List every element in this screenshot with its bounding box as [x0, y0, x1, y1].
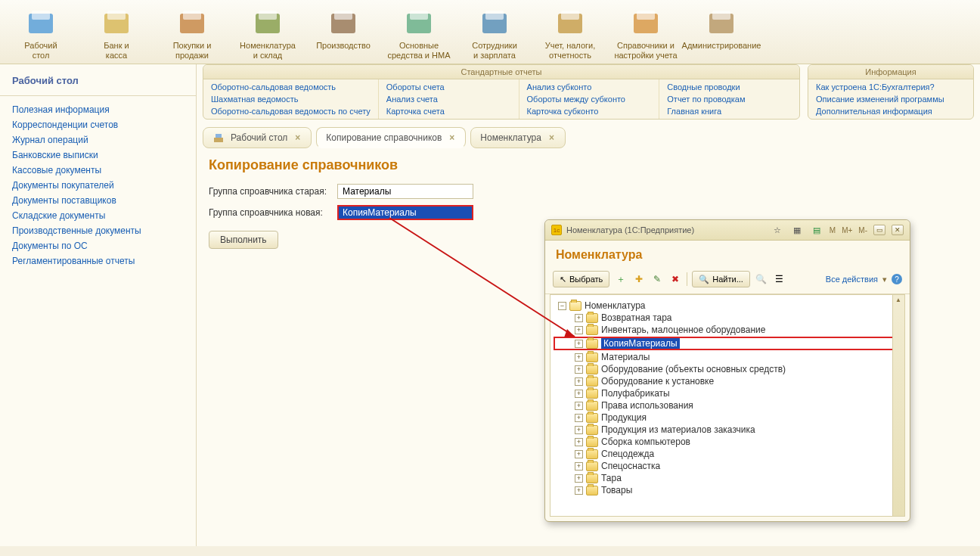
favorite-icon[interactable]: ☆	[771, 223, 784, 237]
tab-close-2[interactable]: ×	[547, 132, 556, 143]
tree-item-7[interactable]: +Полуфабрикаты	[554, 387, 901, 399]
sidebar-link-1[interactable]: Корреспонденции счетов	[0, 117, 196, 132]
expander-icon[interactable]: +	[575, 314, 583, 322]
sidebar-link-10[interactable]: Регламентированные отчеты	[0, 253, 196, 269]
execute-button[interactable]: Выполнить	[209, 231, 278, 249]
expander-icon[interactable]: +	[575, 390, 583, 398]
sidebar-link-0[interactable]: Полезная информация	[0, 102, 196, 117]
ribbon-sales[interactable]: Покупки ипродажи	[160, 6, 224, 61]
tree-item-13[interactable]: +Спецоснастка	[554, 460, 901, 472]
calc-icon[interactable]: ▦	[790, 223, 804, 237]
report-link-3-0[interactable]: Сводные проводки	[659, 81, 799, 93]
delete-icon[interactable]: ✖	[668, 272, 682, 286]
choose-button[interactable]: ↖ Выбрать	[553, 271, 609, 287]
info-link-0[interactable]: Как устроена 1С:Бухгалтерия?	[808, 81, 973, 93]
ribbon-desktop[interactable]: Рабочийстол	[9, 6, 73, 61]
window-restore-icon[interactable]: ▭	[873, 225, 885, 235]
ribbon-production[interactable]: Производство	[312, 6, 375, 61]
tab-0[interactable]: Рабочий стол×	[203, 127, 312, 148]
new-folder-icon[interactable]: ✚	[632, 272, 646, 286]
window-close-icon[interactable]: ✕	[892, 225, 904, 235]
expander-icon[interactable]: +	[575, 486, 583, 495]
sidebar-link-4[interactable]: Кассовые документы	[0, 163, 196, 178]
tree-label-15: Товары	[601, 485, 632, 495]
input-new-group[interactable]: КопияМатериалы	[337, 205, 473, 220]
tree-item-1[interactable]: +Возвратная тара	[554, 312, 901, 324]
tree-item-10[interactable]: +Продукция из материалов заказчика	[554, 424, 901, 436]
input-old-group[interactable]	[337, 184, 473, 199]
ribbon-bank-cash[interactable]: Банк икасса	[85, 6, 148, 61]
expander-icon[interactable]: +	[575, 438, 583, 446]
tree-item-9[interactable]: +Продукция	[554, 412, 901, 424]
memory-mminus[interactable]: M-	[858, 226, 867, 235]
expander-icon[interactable]: +	[575, 462, 583, 471]
ribbon-admin[interactable]: Администрирование	[690, 6, 753, 61]
tree-item-11[interactable]: +Сборка компьютеров	[554, 436, 901, 448]
expander-icon[interactable]: −	[558, 302, 566, 310]
memory-mplus[interactable]: M+	[842, 226, 852, 235]
sidebar-link-3[interactable]: Банковские выписки	[0, 148, 196, 163]
expander-icon[interactable]: +	[575, 426, 583, 434]
memory-m[interactable]: M	[830, 226, 836, 235]
report-link-0-1[interactable]: Шахматная ведомость	[203, 93, 378, 105]
sidebar-link-6[interactable]: Документы поставщиков	[0, 193, 196, 208]
report-link-0-0[interactable]: Оборотно-сальдовая ведомость	[203, 81, 378, 93]
help-icon[interactable]: ?	[892, 274, 902, 284]
ribbon-employees[interactable]: Сотрудникии зарплата	[463, 6, 526, 61]
expander-icon[interactable]: +	[575, 414, 583, 422]
report-link-2-0[interactable]: Анализ субконто	[519, 81, 659, 93]
report-link-0-2[interactable]: Оборотно-сальдовая ведомость по счету	[203, 105, 378, 117]
tree-item-14[interactable]: +Тара	[554, 472, 901, 484]
ribbon-fixed-assets[interactable]: Основныесредства и НМА	[387, 6, 451, 61]
report-link-1-2[interactable]: Карточка счета	[379, 105, 519, 117]
report-link-3-2[interactable]: Главная книга	[659, 105, 799, 117]
new-item-icon[interactable]: ＋	[614, 272, 628, 286]
find-button[interactable]: 🔍 Найти...	[692, 271, 750, 287]
tree-item-0[interactable]: −Номенклатура	[554, 300, 901, 312]
all-actions-link[interactable]: Все действия	[826, 275, 878, 284]
tree-item-15[interactable]: +Товары	[554, 484, 901, 496]
expander-icon[interactable]: +	[575, 340, 583, 348]
report-link-2-2[interactable]: Карточка субконто	[519, 105, 659, 117]
tab-1[interactable]: Копирование справочников×	[316, 127, 466, 148]
dialog-titlebar[interactable]: 1c Номенклатура (1С:Предприятие) ☆ ▦ ▤ M…	[545, 220, 910, 241]
ribbon-nomenclature[interactable]: Номенклатураи склад	[236, 6, 299, 61]
calendar-icon[interactable]: ▤	[810, 223, 823, 237]
scrollbar[interactable]	[892, 295, 904, 516]
tree-item-3[interactable]: +КопияМатериалы	[554, 337, 901, 350]
tree-item-5[interactable]: +Оборудование (объекты основных средств)	[554, 363, 901, 375]
tree-item-8[interactable]: +Права использования	[554, 399, 901, 412]
expander-icon[interactable]: +	[575, 402, 583, 410]
expander-icon[interactable]: +	[575, 365, 583, 374]
tab-2[interactable]: Номенклатура×	[470, 127, 566, 148]
ribbon-tax[interactable]: Учет, налоги,отчетность	[538, 6, 602, 61]
clear-search-icon[interactable]: 🔍	[755, 272, 768, 286]
tree-item-12[interactable]: +Спецодежда	[554, 448, 901, 460]
expander-icon[interactable]: +	[575, 377, 583, 386]
expander-icon[interactable]: +	[575, 450, 583, 458]
report-link-3-1[interactable]: Отчет по проводкам	[659, 93, 799, 105]
expander-icon[interactable]: +	[575, 326, 583, 334]
sidebar-link-7[interactable]: Складские документы	[0, 208, 196, 223]
sidebar-link-5[interactable]: Документы покупателей	[0, 178, 196, 193]
tree-item-2[interactable]: +Инвентарь, малоценное оборудование	[554, 324, 901, 336]
report-link-1-1[interactable]: Анализ счета	[379, 93, 519, 105]
sidebar-link-9[interactable]: Документы по ОС	[0, 238, 196, 253]
info-link-2[interactable]: Дополнительная информация	[808, 105, 973, 117]
edit-icon[interactable]: ✎	[650, 272, 664, 286]
report-link-1-0[interactable]: Обороты счета	[379, 81, 519, 93]
expander-icon[interactable]: +	[575, 474, 583, 483]
tree-item-6[interactable]: +Оборудование к установке	[554, 375, 901, 387]
chevron-down-icon[interactable]: ▾	[882, 275, 887, 284]
sidebar-link-2[interactable]: Журнал операций	[0, 132, 196, 148]
expander-icon[interactable]: +	[575, 353, 583, 362]
info-link-1[interactable]: Описание изменений программы	[808, 93, 973, 105]
list-mode-icon[interactable]: ☰	[773, 272, 786, 286]
sidebar-link-8[interactable]: Производственные документы	[0, 223, 196, 238]
tree-item-4[interactable]: +Материалы	[554, 351, 901, 363]
ribbon-reference[interactable]: Справочники инастройки учета	[614, 6, 678, 61]
tree[interactable]: −Номенклатура+Возвратная тара+Инвентарь,…	[550, 294, 905, 517]
report-link-2-1[interactable]: Обороты между субконто	[519, 93, 659, 105]
tab-close-1[interactable]: ×	[448, 132, 456, 143]
tab-close-0[interactable]: ×	[293, 132, 302, 143]
